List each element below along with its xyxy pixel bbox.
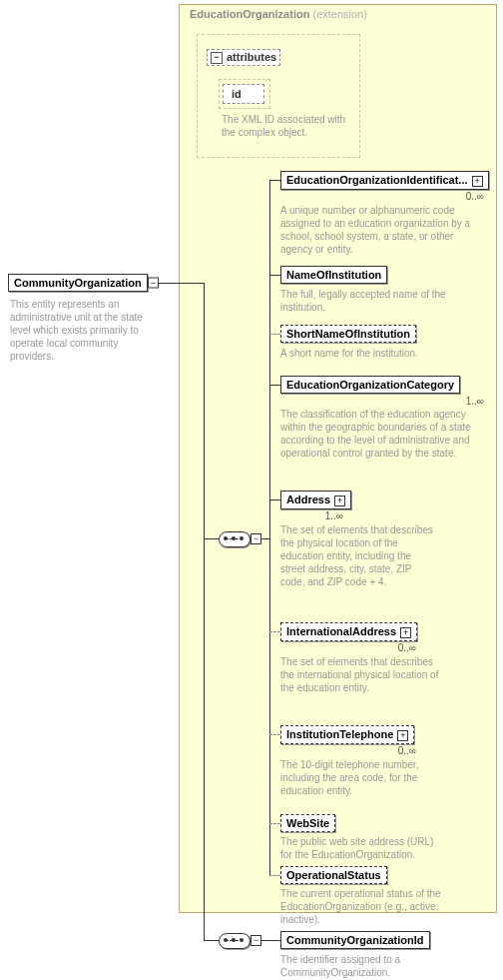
occur-tel: 0..∞ <box>386 745 416 756</box>
root-element[interactable]: CommunityOrganization − <box>8 274 148 292</box>
outer-sequence-connector: − <box>219 933 251 949</box>
connector <box>204 283 205 538</box>
desc-noi: The full, legally accepted name of the i… <box>280 288 460 314</box>
toggle-plus-icon[interactable]: + <box>334 495 345 506</box>
occur-iaddr: 0..∞ <box>386 642 416 653</box>
desc-iaddr: The set of elements that describes the i… <box>280 655 445 694</box>
element-iaddr[interactable]: InternationalAddress+ <box>280 622 417 641</box>
occur-eoic: 0..∞ <box>454 191 484 202</box>
element-eoc[interactable]: EducationOrganizationCategory <box>280 376 460 394</box>
attribute-id-outline <box>219 79 270 109</box>
connector <box>158 283 180 284</box>
occur-eoc: 1..∞ <box>454 396 484 407</box>
element-tel[interactable]: InstitutionTelephone+ <box>280 725 414 744</box>
element-noi[interactable]: NameOfInstitution <box>280 266 387 284</box>
element-coi[interactable]: CommunityOrganizationId <box>280 931 430 949</box>
desc-coi: The identifier assigned to a CommunityOr… <box>280 953 460 979</box>
element-snoi[interactable]: ShortNameOfInstitution <box>280 325 416 343</box>
connector <box>204 538 205 940</box>
desc-eoic: A unique number or alphanumeric code ass… <box>280 204 480 256</box>
attribute-id-desc: The XML ID associated with the complex o… <box>222 113 356 139</box>
desc-web: The public web site address (URL) for th… <box>280 835 445 861</box>
desc-tel: The 10-digit telephone number, including… <box>280 758 445 797</box>
connector <box>260 940 280 941</box>
connector <box>260 538 269 539</box>
element-eoic[interactable]: EducationOrganizationIdentificat...+ <box>280 171 489 190</box>
root-desc: This entity represents an administrative… <box>10 298 165 363</box>
connector <box>204 940 219 941</box>
sequence-connector: − <box>219 531 251 547</box>
desc-eoc: The classification of the education agen… <box>280 408 480 460</box>
element-web[interactable]: WebSite <box>280 814 335 832</box>
toggle-plus-icon[interactable]: + <box>397 730 408 741</box>
element-addr[interactable]: Address+ <box>280 490 351 509</box>
element-op[interactable]: OperationalStatus <box>280 866 387 884</box>
desc-snoi: A short name for the institution. <box>280 347 480 360</box>
desc-addr: The set of elements that describes the p… <box>280 523 435 588</box>
connector <box>269 180 270 875</box>
connector <box>204 538 219 539</box>
toggle-plus-icon[interactable]: + <box>472 176 483 187</box>
extension-label: EducationOrganization (extension) <box>190 8 367 20</box>
occur-addr: 1..∞ <box>313 510 343 521</box>
connector <box>180 283 204 284</box>
toggle-plus-icon[interactable]: + <box>400 627 411 638</box>
desc-op: The current operational status of the Ed… <box>280 887 445 926</box>
